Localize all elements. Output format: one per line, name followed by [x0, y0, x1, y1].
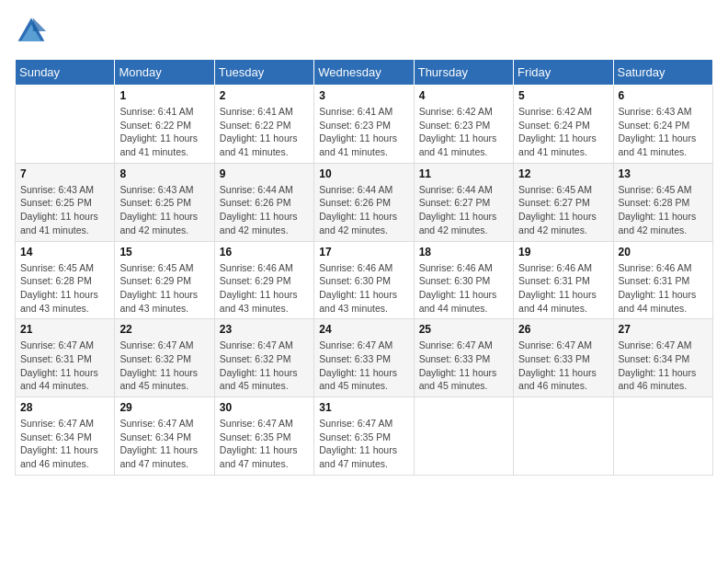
- day-detail: Sunrise: 6:41 AM Sunset: 6:23 PM Dayligh…: [319, 105, 408, 159]
- day-detail: Sunrise: 6:43 AM Sunset: 6:24 PM Dayligh…: [619, 105, 708, 159]
- sunset: Sunset: 6:22 PM: [119, 119, 209, 132]
- daylight: Daylight: 11 hours and 41 minutes.: [20, 210, 109, 236]
- daylight: Daylight: 11 hours and 45 minutes.: [220, 366, 309, 393]
- calendar-day-cell: 1 Sunrise: 6:41 AM Sunset: 6:22 PM Dayli…: [115, 86, 214, 164]
- calendar-day-cell: [514, 397, 613, 476]
- weekday-header-sunday: Sunday: [16, 60, 115, 86]
- daylight: Daylight: 11 hours and 43 minutes.: [220, 288, 309, 315]
- sunset: Sunset: 6:33 PM: [419, 352, 508, 366]
- sunset: Sunset: 6:24 PM: [518, 119, 608, 132]
- day-detail: Sunrise: 6:43 AM Sunset: 6:25 PM Dayligh…: [20, 183, 109, 237]
- day-detail: Sunrise: 6:41 AM Sunset: 6:22 PM Dayligh…: [220, 105, 309, 159]
- weekday-header-thursday: Thursday: [414, 60, 513, 86]
- day-number: 21: [20, 323, 109, 336]
- daylight: Daylight: 11 hours and 42 minutes.: [619, 210, 708, 236]
- day-number: 11: [419, 167, 508, 180]
- calendar-day-cell: 11 Sunrise: 6:44 AM Sunset: 6:27 PM Dayl…: [414, 163, 513, 241]
- calendar-day-cell: 29 Sunrise: 6:47 AM Sunset: 6:34 PM Dayl…: [115, 397, 214, 476]
- calendar-day-cell: 21 Sunrise: 6:47 AM Sunset: 6:31 PM Dayl…: [16, 319, 115, 397]
- sunrise: Sunrise: 6:42 AM: [419, 105, 508, 119]
- sunrise: Sunrise: 6:47 AM: [220, 417, 309, 431]
- sunset: Sunset: 6:24 PM: [619, 119, 708, 132]
- daylight: Daylight: 11 hours and 45 minutes.: [319, 366, 408, 393]
- day-detail: Sunrise: 6:45 AM Sunset: 6:28 PM Dayligh…: [20, 261, 109, 316]
- day-detail: Sunrise: 6:47 AM Sunset: 6:32 PM Dayligh…: [220, 339, 309, 393]
- daylight: Daylight: 11 hours and 42 minutes.: [319, 210, 408, 236]
- sunrise: Sunrise: 6:45 AM: [20, 261, 109, 275]
- day-detail: Sunrise: 6:45 AM Sunset: 6:28 PM Dayligh…: [619, 183, 708, 237]
- sunset: Sunset: 6:27 PM: [518, 196, 608, 210]
- day-detail: Sunrise: 6:47 AM Sunset: 6:35 PM Dayligh…: [220, 417, 309, 471]
- day-number: 4: [419, 89, 508, 102]
- daylight: Daylight: 11 hours and 45 minutes.: [419, 366, 508, 393]
- sunset: Sunset: 6:34 PM: [20, 431, 109, 444]
- daylight: Daylight: 11 hours and 47 minutes.: [119, 443, 209, 470]
- daylight: Daylight: 11 hours and 44 minutes.: [419, 288, 508, 315]
- sunrise: Sunrise: 6:47 AM: [319, 417, 408, 431]
- sunrise: Sunrise: 6:47 AM: [619, 339, 708, 352]
- calendar-week-3: 14 Sunrise: 6:45 AM Sunset: 6:28 PM Dayl…: [16, 241, 713, 319]
- calendar-day-cell: 15 Sunrise: 6:45 AM Sunset: 6:29 PM Dayl…: [115, 241, 214, 319]
- daylight: Daylight: 11 hours and 41 minutes.: [419, 132, 508, 158]
- daylight: Daylight: 11 hours and 41 minutes.: [220, 132, 309, 158]
- calendar-day-cell: 3 Sunrise: 6:41 AM Sunset: 6:23 PM Dayli…: [314, 86, 414, 164]
- sunset: Sunset: 6:31 PM: [518, 274, 608, 288]
- day-number: 27: [619, 323, 708, 336]
- weekday-header-wednesday: Wednesday: [314, 60, 414, 86]
- calendar-table: SundayMondayTuesdayWednesdayThursdayFrid…: [15, 59, 713, 476]
- calendar-day-cell: 23 Sunrise: 6:47 AM Sunset: 6:32 PM Dayl…: [214, 319, 313, 397]
- daylight: Daylight: 11 hours and 42 minutes.: [220, 210, 309, 236]
- day-number: 25: [419, 323, 508, 336]
- day-number: 24: [319, 323, 408, 336]
- day-detail: Sunrise: 6:44 AM Sunset: 6:26 PM Dayligh…: [220, 183, 309, 237]
- calendar-day-cell: 5 Sunrise: 6:42 AM Sunset: 6:24 PM Dayli…: [514, 86, 613, 164]
- sunset: Sunset: 6:34 PM: [619, 352, 708, 366]
- sunrise: Sunrise: 6:41 AM: [220, 105, 309, 119]
- calendar-day-cell: 24 Sunrise: 6:47 AM Sunset: 6:33 PM Dayl…: [314, 319, 414, 397]
- day-detail: Sunrise: 6:43 AM Sunset: 6:25 PM Dayligh…: [119, 183, 209, 237]
- sunset: Sunset: 6:31 PM: [619, 274, 708, 288]
- day-number: 13: [619, 167, 708, 180]
- daylight: Daylight: 11 hours and 43 minutes.: [319, 288, 408, 315]
- daylight: Daylight: 11 hours and 41 minutes.: [619, 132, 708, 158]
- day-detail: Sunrise: 6:47 AM Sunset: 6:31 PM Dayligh…: [20, 339, 109, 393]
- calendar-day-cell: 8 Sunrise: 6:43 AM Sunset: 6:25 PM Dayli…: [115, 163, 214, 241]
- sunrise: Sunrise: 6:47 AM: [419, 339, 508, 352]
- calendar-day-cell: 16 Sunrise: 6:46 AM Sunset: 6:29 PM Dayl…: [214, 241, 313, 319]
- calendar-day-cell: 7 Sunrise: 6:43 AM Sunset: 6:25 PM Dayli…: [16, 163, 115, 241]
- sunrise: Sunrise: 6:45 AM: [518, 183, 608, 197]
- daylight: Daylight: 11 hours and 42 minutes.: [119, 210, 209, 236]
- day-number: 3: [319, 89, 408, 102]
- page-header: [15, 15, 713, 48]
- sunset: Sunset: 6:31 PM: [20, 352, 109, 366]
- sunset: Sunset: 6:34 PM: [119, 431, 209, 444]
- day-number: 8: [119, 167, 209, 180]
- day-detail: Sunrise: 6:46 AM Sunset: 6:29 PM Dayligh…: [220, 261, 309, 316]
- day-detail: Sunrise: 6:42 AM Sunset: 6:24 PM Dayligh…: [518, 105, 608, 159]
- weekday-header-tuesday: Tuesday: [214, 60, 313, 86]
- daylight: Daylight: 11 hours and 43 minutes.: [20, 288, 109, 315]
- weekday-header-monday: Monday: [115, 60, 214, 86]
- calendar-day-cell: 25 Sunrise: 6:47 AM Sunset: 6:33 PM Dayl…: [414, 319, 513, 397]
- calendar-week-4: 21 Sunrise: 6:47 AM Sunset: 6:31 PM Dayl…: [16, 319, 713, 397]
- sunset: Sunset: 6:28 PM: [619, 196, 708, 210]
- sunrise: Sunrise: 6:47 AM: [518, 339, 608, 352]
- weekday-header-row: SundayMondayTuesdayWednesdayThursdayFrid…: [16, 60, 713, 86]
- sunset: Sunset: 6:29 PM: [119, 274, 209, 288]
- sunset: Sunset: 6:30 PM: [319, 274, 408, 288]
- day-detail: Sunrise: 6:46 AM Sunset: 6:30 PM Dayligh…: [419, 261, 508, 316]
- calendar-day-cell: 12 Sunrise: 6:45 AM Sunset: 6:27 PM Dayl…: [514, 163, 613, 241]
- day-number: 6: [619, 89, 708, 102]
- sunset: Sunset: 6:27 PM: [419, 196, 508, 210]
- sunrise: Sunrise: 6:44 AM: [220, 183, 309, 197]
- day-number: 22: [119, 323, 209, 336]
- day-number: 19: [518, 246, 608, 259]
- calendar-day-cell: 6 Sunrise: 6:43 AM Sunset: 6:24 PM Dayli…: [613, 86, 712, 164]
- day-detail: Sunrise: 6:42 AM Sunset: 6:23 PM Dayligh…: [419, 105, 508, 159]
- calendar-day-cell: 17 Sunrise: 6:46 AM Sunset: 6:30 PM Dayl…: [314, 241, 414, 319]
- sunset: Sunset: 6:26 PM: [319, 196, 408, 210]
- sunrise: Sunrise: 6:43 AM: [619, 105, 708, 119]
- sunrise: Sunrise: 6:44 AM: [419, 183, 508, 197]
- day-detail: Sunrise: 6:47 AM Sunset: 6:33 PM Dayligh…: [319, 339, 408, 393]
- day-number: 9: [220, 167, 309, 180]
